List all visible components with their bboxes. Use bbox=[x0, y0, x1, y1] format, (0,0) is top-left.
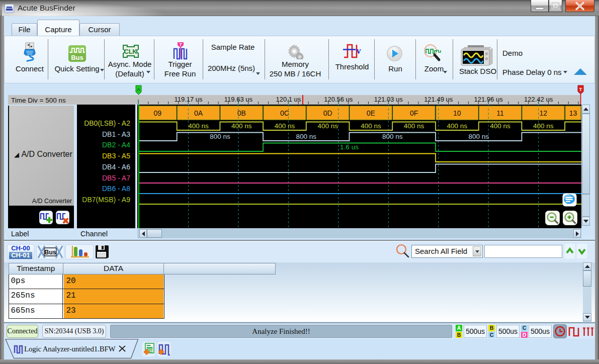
svg-text:09: 09 bbox=[153, 109, 161, 117]
svg-text:CLK: CLK bbox=[124, 48, 137, 55]
svg-text:Time Div = 500 ns: Time Div = 500 ns bbox=[11, 97, 66, 104]
svg-text:400 ns: 400 ns bbox=[447, 122, 468, 130]
svg-text:122.42 us: 122.42 us bbox=[524, 96, 553, 103]
svg-text:400 ns: 400 ns bbox=[188, 122, 209, 130]
svg-text:0F: 0F bbox=[410, 109, 418, 117]
svg-text:400 ns: 400 ns bbox=[317, 122, 338, 130]
svg-text:800 ns: 800 ns bbox=[382, 133, 403, 140]
svg-text:0D: 0D bbox=[323, 109, 332, 117]
svg-text:800 ns: 800 ns bbox=[210, 133, 230, 140]
svg-text:v: v bbox=[356, 45, 361, 56]
svg-text:12: 12 bbox=[539, 109, 547, 117]
svg-text:400 ns: 400 ns bbox=[231, 122, 252, 130]
svg-text:T: T bbox=[579, 86, 582, 92]
svg-text:800 ns: 800 ns bbox=[296, 133, 317, 140]
svg-text:400 ns: 400 ns bbox=[490, 122, 510, 130]
svg-text:400 ns: 400 ns bbox=[275, 122, 295, 130]
svg-text:0C: 0C bbox=[280, 109, 289, 117]
svg-text:120.1 us: 120.1 us bbox=[276, 96, 301, 103]
svg-text:400 ns: 400 ns bbox=[361, 122, 381, 130]
svg-text:800 ns: 800 ns bbox=[468, 133, 489, 140]
svg-text:Bus: Bus bbox=[44, 249, 56, 256]
svg-text:0E: 0E bbox=[367, 109, 375, 117]
svg-text:T: T bbox=[179, 42, 182, 47]
svg-text:121.03 us: 121.03 us bbox=[374, 96, 403, 103]
svg-text:400 ns: 400 ns bbox=[404, 122, 424, 130]
svg-text:1.6 us: 1.6 us bbox=[340, 143, 359, 151]
svg-text:11: 11 bbox=[496, 109, 504, 117]
svg-text:400 ns: 400 ns bbox=[533, 122, 554, 130]
svg-text:Bus: Bus bbox=[71, 54, 83, 61]
svg-text:120.56 us: 120.56 us bbox=[324, 96, 353, 103]
svg-text:A: A bbox=[137, 86, 140, 92]
svg-text:121.49 us: 121.49 us bbox=[424, 96, 453, 103]
svg-text:13: 13 bbox=[569, 109, 577, 117]
svg-text:121.96 us: 121.96 us bbox=[474, 96, 503, 103]
svg-text:0A: 0A bbox=[194, 109, 203, 117]
svg-text:10: 10 bbox=[453, 109, 461, 117]
